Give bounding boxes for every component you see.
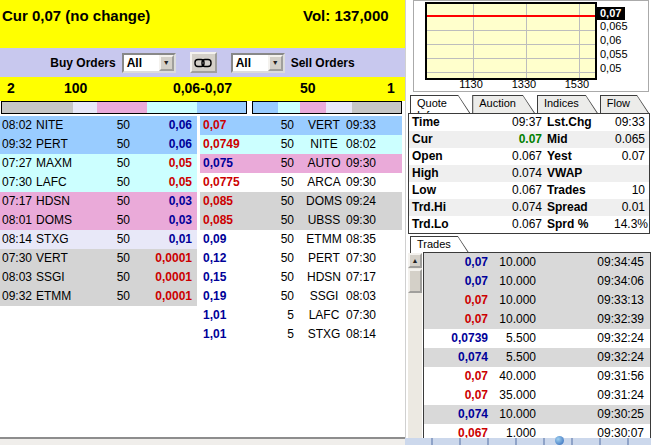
quote-label: Mid [542, 131, 614, 148]
buy-filter-dropdown[interactable]: All ▼ [122, 53, 176, 73]
tab-auction[interactable]: Auction [472, 95, 535, 113]
y-tick-label: 0,06 [600, 34, 621, 46]
order-qty: 50 [94, 154, 130, 173]
buy-order-row[interactable]: 07:17HDSN500,03 [0, 192, 197, 211]
trade-row[interactable]: 0,0710.00009:34:06 [424, 272, 650, 291]
trade-time: 09:31:56 [536, 367, 650, 386]
order-price: 0,12 [200, 249, 266, 268]
order-time: 07:27 [0, 154, 36, 173]
quote-label: Spread [542, 199, 614, 216]
sell-filter-dropdown[interactable]: All ▼ [231, 53, 285, 73]
order-broker: LAFC [36, 173, 94, 192]
buy-order-row[interactable]: 07:27MAXM500,05 [0, 154, 197, 173]
tab-quote-info[interactable]: Quote Info [410, 95, 470, 113]
sell-order-row[interactable]: 0,1250PERT07:30 [200, 249, 402, 268]
buy-order-row[interactable]: 09:32ETMM500,0001 [0, 287, 197, 306]
order-price: 1,01 [200, 325, 266, 344]
trades-list: 0,0710.00009:34:450,0710.00009:34:060,07… [423, 252, 651, 445]
order-qty: 5 [266, 306, 294, 325]
order-price: 0,03 [130, 192, 197, 211]
sell-order-row[interactable]: 0,0750VERT09:33 [200, 116, 402, 135]
trade-row[interactable]: 0,0710.00009:34:45 [424, 253, 650, 272]
sell-order-row[interactable]: 0,0950ETMM08:35 [200, 230, 402, 249]
trade-row[interactable]: 0,0740.00009:31:56 [424, 367, 650, 386]
trade-qty: 5.500 [488, 329, 536, 348]
trade-price: 0,07 [424, 272, 488, 291]
quote-region: 0,070,0650,060,0550,05113013301530 Quote… [405, 0, 651, 445]
buy-order-row[interactable]: 07:30LAFC500,05 [0, 173, 197, 192]
order-broker: DOMS [302, 192, 346, 211]
current-price-text: Cur 0,07 (no change) [2, 7, 150, 24]
quote-label: Cur [409, 131, 502, 148]
trade-qty: 5.500 [488, 348, 536, 367]
trade-time: 09:32:24 [536, 348, 650, 367]
tab-indices[interactable]: Indices [537, 95, 598, 113]
sell-order-row[interactable]: 0,08550DOMS09:24 [200, 192, 402, 211]
order-price: 0,0775 [200, 173, 266, 192]
tab-label: Indices [537, 95, 598, 109]
order-price: 0,01 [130, 230, 197, 249]
volume-text: Vol: 137,000 [303, 7, 389, 24]
buy-order-row[interactable]: 08:01DOMS500,03 [0, 211, 197, 230]
x-tick-label: 1130 [453, 78, 489, 90]
sell-order-row[interactable]: 0,1950SSGI08:03 [200, 287, 402, 306]
quote-label: Trd.Lo [409, 216, 502, 233]
scrollbar-thumb[interactable] [408, 269, 422, 293]
sell-order-row[interactable]: 0,074950NITE08:02 [200, 135, 402, 154]
link-filters-button[interactable] [190, 52, 217, 73]
order-qty: 50 [94, 211, 130, 230]
trade-qty: 10.000 [488, 291, 536, 310]
sell-order-row[interactable]: 1,015STXG08:14 [200, 325, 402, 344]
tab-label: Auction [472, 95, 535, 109]
buy-order-row[interactable]: 08:14STXG500,01 [0, 230, 197, 249]
scroll-up-arrow-icon[interactable]: ▲ [408, 253, 422, 268]
order-time: 07:30 [346, 249, 386, 268]
quote-label: Trd.Hi [409, 199, 502, 216]
sell-order-row[interactable]: 0,08550UBSS09:30 [200, 211, 402, 230]
trade-row[interactable]: 0,07395.50009:32:24 [424, 329, 650, 348]
trade-row[interactable]: 0,0710.00009:32:39 [424, 310, 650, 329]
order-time: 07:30 [0, 173, 36, 192]
trade-qty: 10.000 [488, 405, 536, 424]
sell-filter-value: All [233, 55, 268, 71]
trade-price: 0,0739 [424, 329, 488, 348]
buy-order-row[interactable]: 08:03SSGI500,0001 [0, 268, 197, 287]
buy-order-row[interactable]: 09:32PERT500,06 [0, 135, 197, 154]
buy-order-row[interactable]: 07:30VERT500,0001 [0, 249, 197, 268]
depth-segment [73, 102, 97, 113]
chevron-down-icon[interactable]: ▼ [268, 55, 283, 71]
sell-order-row[interactable]: 0,07550AUTO09:30 [200, 154, 402, 173]
trade-row[interactable]: 0,0710.00009:33:13 [424, 291, 650, 310]
sell-order-row[interactable]: 1,015LAFC07:30 [200, 306, 402, 325]
trade-time: 09:32:24 [536, 329, 650, 348]
trade-row[interactable]: 0,0735.00009:31:24 [424, 386, 650, 405]
order-time: 08:14 [0, 230, 36, 249]
order-price: 0,05 [130, 154, 197, 173]
price-header: Cur 0,07 (no change) Vol: 137,000 [0, 0, 405, 48]
chevron-down-icon[interactable]: ▼ [159, 55, 174, 71]
buy-order-row[interactable]: 08:02NITE500,06 [0, 116, 197, 135]
order-broker: VERT [302, 116, 346, 135]
order-time: 08:14 [346, 325, 386, 344]
depth-segment [352, 102, 401, 113]
trades-scrollbar[interactable]: ▲ [408, 253, 422, 445]
order-time: 08:01 [0, 211, 36, 230]
order-qty: 50 [266, 211, 294, 230]
quote-label: VWAP [542, 165, 614, 182]
order-broker: STXG [36, 230, 94, 249]
sell-order-row[interactable]: 0,077550ARCA09:30 [200, 173, 402, 192]
quote-value: 09:37 [502, 114, 542, 131]
tab-label: Flow [600, 95, 649, 109]
trade-price: 0,07 [424, 291, 488, 310]
order-qty: 50 [94, 192, 130, 211]
sell-order-row[interactable]: 0,1550HDSN07:17 [200, 268, 402, 287]
order-broker: HDSN [302, 268, 346, 287]
quote-value: 0.067 [502, 216, 542, 233]
trade-row[interactable]: 0,0745.50009:32:24 [424, 348, 650, 367]
quote-label: High [409, 165, 502, 182]
trade-row[interactable]: 0,07410.00009:30:25 [424, 405, 650, 424]
order-qty: 50 [266, 154, 294, 173]
order-broker: AUTO [302, 154, 346, 173]
tab-flow[interactable]: Flow [600, 95, 649, 113]
trade-price: 0,074 [424, 348, 488, 367]
